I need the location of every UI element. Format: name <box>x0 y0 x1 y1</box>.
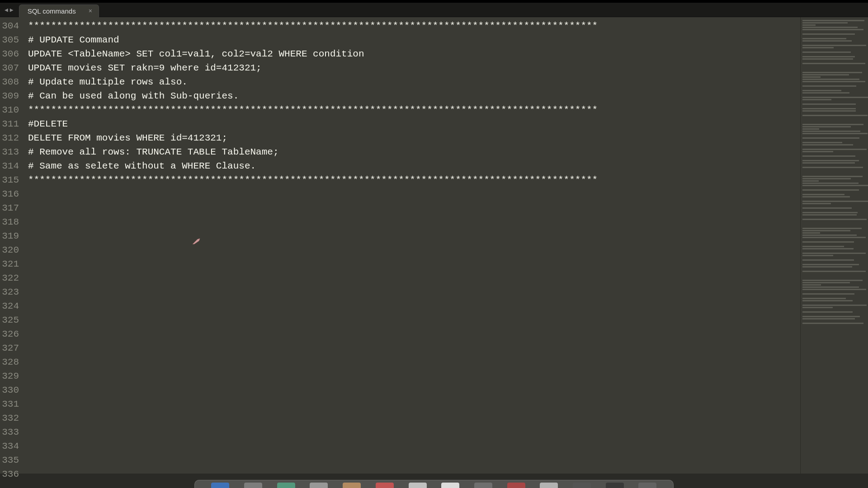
line-number: 310 <box>0 103 24 117</box>
minimap-line <box>802 248 854 249</box>
line-number: 312 <box>0 131 24 145</box>
minimap[interactable] <box>800 17 868 474</box>
minimap-line <box>802 219 867 220</box>
code-line[interactable]: UPDATE movies SET rakn=9 where id=412321… <box>24 61 800 75</box>
line-number: 321 <box>0 257 24 271</box>
dock-app-icon[interactable] <box>507 483 525 488</box>
minimap-line <box>802 110 856 112</box>
minimap-line <box>802 108 856 109</box>
code-line[interactable]: # Same as selete without a WHERE Clause. <box>24 159 800 173</box>
minimap-line <box>802 52 851 53</box>
dock-app-icon[interactable] <box>441 483 459 488</box>
minimap-line <box>802 167 863 168</box>
minimap-line <box>802 201 868 202</box>
code-line[interactable]: ****************************************… <box>24 103 800 117</box>
line-number: 334 <box>0 439 24 453</box>
line-number: 314 <box>0 159 24 173</box>
line-number: 306 <box>0 47 24 61</box>
code-line[interactable]: # Update multiple rows also. <box>24 75 800 89</box>
code-line[interactable]: # UPDATE Command <box>24 33 800 47</box>
code-line[interactable]: ****************************************… <box>24 173 800 187</box>
minimap-line <box>802 56 855 57</box>
minimap-line <box>802 289 866 290</box>
nav-forward-icon[interactable]: ▶ <box>10 6 14 14</box>
minimap-line <box>802 38 846 39</box>
minimap-line <box>802 81 865 82</box>
line-number: 319 <box>0 229 24 243</box>
line-number: 324 <box>0 299 24 313</box>
code-line[interactable]: # Can be used along with Sub-queries. <box>24 89 800 103</box>
nav-back-icon[interactable]: ◀ <box>5 6 8 14</box>
line-number: 326 <box>0 327 24 341</box>
dock-app-icon[interactable] <box>606 483 624 488</box>
minimap-line <box>802 316 860 317</box>
minimap-line <box>802 162 855 164</box>
dock-app-icon[interactable] <box>211 483 229 488</box>
code-line[interactable]: UPDATE <TableName> SET col1=val1, col2=v… <box>24 47 800 61</box>
dock-app-icon[interactable] <box>573 483 591 488</box>
minimap-line <box>802 307 833 308</box>
line-number: 335 <box>0 453 24 467</box>
minimap-line <box>802 255 833 256</box>
minimap-line <box>802 24 816 26</box>
minimap-line <box>802 237 866 238</box>
minimap-line <box>802 212 858 213</box>
minimap-line <box>802 99 831 100</box>
dock-app-icon[interactable] <box>277 483 295 488</box>
tab-history-nav: ◀ ▶ <box>2 6 16 14</box>
minimap-line <box>802 178 851 179</box>
minimap-line <box>802 259 854 261</box>
minimap-line <box>802 214 857 216</box>
close-icon[interactable]: × <box>89 7 92 14</box>
code-line[interactable]: #DELETE <box>24 117 800 131</box>
minimap-line <box>802 79 859 80</box>
minimap-line <box>802 183 859 184</box>
dock-app-icon[interactable] <box>540 483 558 488</box>
minimap-line <box>802 92 849 94</box>
minimap-line <box>802 126 851 127</box>
dock-app-icon[interactable] <box>638 483 656 488</box>
dock-app-icon[interactable] <box>244 483 262 488</box>
minimap-line <box>802 133 868 134</box>
dock-app-icon[interactable] <box>409 483 427 488</box>
minimap-line <box>802 176 863 177</box>
code-line[interactable]: ****************************************… <box>24 19 800 33</box>
minimap-line <box>802 45 866 46</box>
minimap-line <box>802 151 833 152</box>
dock-app-icon[interactable] <box>343 483 361 488</box>
minimap-line <box>802 22 848 23</box>
minimap-line <box>802 318 855 319</box>
file-tab[interactable]: SQL commands × <box>19 5 99 17</box>
code-area[interactable]: ****************************************… <box>24 17 800 474</box>
minimap-line <box>802 305 867 306</box>
minimap-line <box>802 264 859 265</box>
minimap-line <box>802 142 842 143</box>
code-line[interactable]: DELETE FROM movies WHERE id=412321; <box>24 131 800 145</box>
minimap-line <box>802 232 820 234</box>
minimap-line <box>802 90 841 91</box>
minimap-line <box>802 311 853 313</box>
minimap-line <box>802 160 859 161</box>
line-number: 317 <box>0 201 24 215</box>
line-number: 304 <box>0 19 24 33</box>
minimap-line <box>802 137 859 139</box>
line-number-gutter: 3043053063073083093103113123133143153163… <box>0 17 24 474</box>
dock-app-icon[interactable] <box>310 483 328 488</box>
minimap-line <box>802 29 863 30</box>
line-number: 329 <box>0 369 24 383</box>
minimap-line <box>802 189 859 191</box>
line-number: 307 <box>0 61 24 75</box>
line-number: 332 <box>0 411 24 425</box>
minimap-line <box>802 155 855 157</box>
dock[interactable] <box>194 480 674 488</box>
line-number: 308 <box>0 75 24 89</box>
line-number: 322 <box>0 271 24 285</box>
dock-app-icon[interactable] <box>474 483 492 488</box>
dock-app-icon[interactable] <box>376 483 394 488</box>
minimap-line <box>802 180 819 182</box>
line-number: 325 <box>0 313 24 327</box>
line-number: 311 <box>0 117 24 131</box>
code-line[interactable]: # Remove all rows: TRUNCATE TABLE TableN… <box>24 145 800 159</box>
minimap-line <box>802 196 850 197</box>
minimap-line <box>802 185 868 186</box>
